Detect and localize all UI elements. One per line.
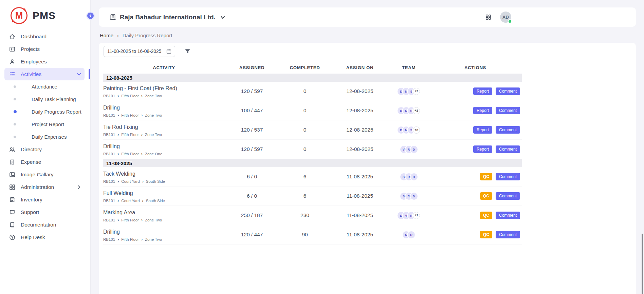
sidebar-item-label: Support (21, 209, 39, 215)
team-extra-badge[interactable]: +2 (413, 107, 420, 114)
path-segment: Fifth Floor (121, 113, 139, 117)
path-separator-icon: › (141, 94, 143, 98)
actions-cell: ReportComment (429, 87, 522, 95)
qc-button[interactable]: QC (480, 192, 492, 200)
company-selector[interactable]: Raja Bahadur International Ltd. (120, 14, 225, 21)
assign-on-cell: 11-08-2025 (331, 174, 389, 180)
bullet-dot-icon (14, 110, 17, 113)
scrollbar-thumb[interactable] (642, 234, 643, 294)
path-segment: Fifth Floor (121, 237, 139, 241)
path-segment: RB101 (103, 179, 115, 183)
activity-name: Painting - First Coat (Fire Red) (103, 85, 223, 92)
team-avatar[interactable]: D (410, 146, 418, 153)
path-separator-icon: › (141, 237, 143, 241)
comment-button[interactable]: Comment (496, 231, 520, 238)
assign-on-cell: 12-08-2025 (331, 107, 389, 114)
comment-button[interactable]: Comment (496, 107, 520, 114)
assign-on-cell: 12-08-2025 (331, 146, 389, 152)
sidebar-subitem-attendance[interactable]: Attendance (4, 80, 85, 93)
team-extra-badge[interactable]: +2 (413, 212, 420, 219)
report-button[interactable]: Report (473, 107, 492, 114)
column-header-assigned: ASSIGNED (225, 65, 279, 70)
report-button[interactable]: Report (473, 87, 492, 95)
sidebar-item-inventory[interactable]: Inventory (4, 193, 85, 206)
report-button[interactable]: Report (473, 145, 492, 153)
assigned-cell: 120 / 447 (225, 232, 279, 238)
sidebar-item-help-desk[interactable]: Help Desk (4, 231, 85, 243)
sidebar-subitem-daily-task-planning[interactable]: Daily Task Planning (4, 93, 85, 105)
report-button[interactable]: Report (473, 126, 492, 134)
team-cell: DNS+2 (389, 107, 429, 114)
column-header-completed: COMPLETED (279, 65, 331, 70)
path-segment: RB101 (103, 152, 115, 156)
chevron-left-icon (88, 14, 93, 18)
activities-icon (9, 71, 16, 78)
sidebar-item-dashboard[interactable]: Dashboard (4, 30, 85, 43)
team-avatar[interactable]: R (408, 231, 415, 238)
building-icon (109, 14, 116, 21)
apps-grid-icon[interactable] (485, 14, 492, 20)
path-separator-icon: › (117, 237, 119, 241)
sidebar-item-label: Documentation (21, 222, 56, 228)
date-group-header: 11-08-2025 (103, 159, 522, 167)
comment-button[interactable]: Comment (496, 87, 520, 95)
qc-button[interactable]: QC (480, 231, 492, 238)
activity-path: RB101›Court Yard›South Side (103, 199, 223, 203)
team-extra-badge[interactable]: +2 (413, 126, 420, 134)
gallery-icon (9, 171, 16, 178)
sidebar-item-activities[interactable]: Activities (4, 68, 85, 80)
sidebar-item-directory[interactable]: Directory (4, 143, 85, 156)
completed-cell: 0 (279, 127, 331, 133)
team-avatar[interactable]: D (410, 173, 418, 180)
progress-table: ACTIVITYASSIGNEDCOMPLETEDASSIGN ONTEAMAC… (103, 61, 522, 244)
comment-button[interactable]: Comment (496, 126, 520, 134)
sidebar-item-label: Administration (21, 184, 54, 190)
path-segment: Court Yard (121, 179, 140, 183)
path-segment: Fifth Floor (121, 133, 139, 137)
sidebar-item-image-gallary[interactable]: Image Gallary (4, 168, 85, 181)
date-range-value: 11-08-2025 to 16-08-2025 (107, 49, 161, 54)
comment-button[interactable]: Comment (496, 173, 520, 180)
sidebar-subitem-project-report[interactable]: Project Report (4, 118, 85, 131)
sidebar-item-employees[interactable]: Employees (4, 55, 85, 68)
comment-button[interactable]: Comment (496, 192, 520, 200)
sidebar-item-support[interactable]: Support (4, 206, 85, 218)
breadcrumb-home[interactable]: Home (100, 33, 113, 38)
comment-button[interactable]: Comment (496, 145, 520, 153)
path-segment: South Side (146, 179, 165, 183)
comment-button[interactable]: Comment (496, 212, 520, 219)
sidebar-subitem-daily-progress-report[interactable]: Daily Progress Report (4, 105, 85, 118)
qc-button[interactable]: QC (480, 212, 492, 219)
qc-button[interactable]: QC (480, 173, 492, 180)
actions-cell: QCComment (429, 231, 522, 238)
sidebar-item-documentation[interactable]: Documentation (4, 218, 85, 231)
path-separator-icon: › (117, 179, 119, 183)
sidebar-item-administration[interactable]: Administration (4, 181, 85, 193)
activity-path: RB101›Fifth Floor›Zone Two (103, 133, 223, 137)
team-avatar[interactable]: D (410, 193, 418, 200)
sidebar-item-expense[interactable]: Expense (4, 156, 85, 168)
filter-icon[interactable] (184, 48, 191, 55)
activity-cell: DrillingRB101›Fifth Floor›Zone One (103, 141, 225, 158)
table-row: DrillingRB101›Fifth Floor›Zone Two100 / … (103, 101, 522, 120)
user-avatar[interactable]: AD (500, 12, 511, 23)
column-header-team: TEAM (389, 65, 429, 70)
actions-cell: QCComment (429, 173, 522, 180)
activity-cell: Tack WeldingRB101›Court Yard›South Side (103, 168, 225, 185)
team-extra-badge[interactable]: +2 (413, 88, 420, 95)
assign-on-cell: 11-08-2025 (331, 212, 389, 218)
sidebar-collapse-button[interactable] (86, 12, 95, 20)
activity-name: Drilling (103, 105, 223, 111)
topbar: Raja Bahadur International Ltd. AD (99, 7, 636, 27)
activity-path: RB101›Fifth Floor›Zone One (103, 152, 223, 156)
activity-path: RB101›Court Yard›South Side (103, 179, 223, 183)
actions-cell: ReportComment (429, 126, 522, 134)
chevron-right-icon: › (117, 33, 119, 38)
team-cell: DVN+2 (389, 212, 429, 219)
path-segment: Court Yard (121, 199, 140, 203)
actions-cell: ReportComment (429, 145, 522, 153)
assigned-cell: 120 / 597 (225, 88, 279, 94)
sidebar-subitem-daily-expenses[interactable]: Daily Expenses (4, 131, 85, 143)
date-range-input[interactable]: 11-08-2025 to 16-08-2025 (104, 46, 175, 57)
sidebar-item-projects[interactable]: Projects (4, 43, 85, 55)
